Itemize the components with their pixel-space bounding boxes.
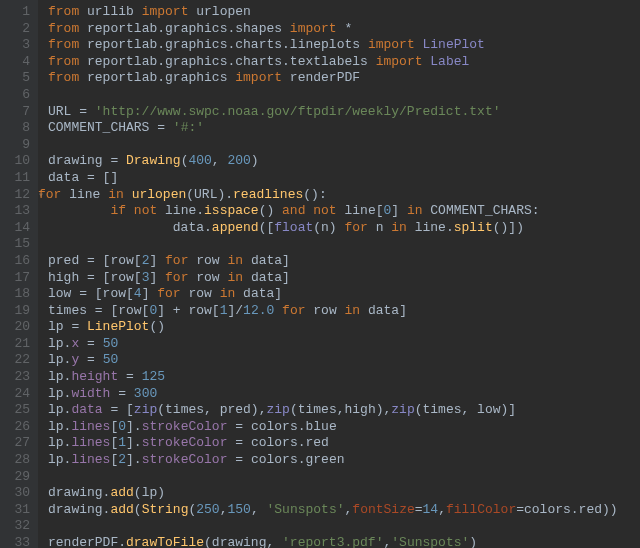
- token-kw: in: [227, 253, 243, 268]
- code-line[interactable]: high = [row[3] for row in data]: [48, 270, 618, 287]
- token-ident: drawing.: [48, 485, 110, 500]
- token-kw: in: [391, 220, 407, 235]
- code-line[interactable]: drawing.add(String(250,150, 'Sunspots',f…: [48, 502, 618, 519]
- code-line[interactable]: lp.lines[1].strokeColor = colors.red: [48, 435, 618, 452]
- code-editor[interactable]: 1234567891011121314151617181920212223242…: [0, 0, 640, 548]
- token-clsname: Label: [422, 54, 469, 69]
- line-number: 17: [6, 270, 30, 287]
- line-number: 6: [6, 87, 30, 104]
- token-num: 50: [103, 352, 119, 367]
- token-num: 0: [118, 419, 126, 434]
- line-number: 31: [6, 502, 30, 519]
- code-line[interactable]: renderPDF.drawToFile(drawing, 'report3.p…: [48, 535, 618, 548]
- token-attr: data: [71, 402, 102, 417]
- code-line[interactable]: [48, 87, 618, 104]
- token-call: urlopen: [132, 187, 187, 202]
- line-number: 12: [6, 187, 30, 204]
- token-ident: urlopen: [188, 4, 250, 19]
- token-ident: (times,high),: [290, 402, 391, 417]
- token-ident: high = [row[: [48, 270, 142, 285]
- line-number: 9: [6, 137, 30, 154]
- code-line[interactable]: drawing = Drawing(400, 200): [48, 153, 618, 170]
- code-line[interactable]: lp.lines[0].strokeColor = colors.blue: [48, 419, 618, 436]
- token-ident: = [: [103, 402, 134, 417]
- token-call: split: [454, 220, 493, 235]
- code-line[interactable]: lp.y = 50: [48, 352, 618, 369]
- code-line[interactable]: if not line.isspace() and not line[0] in…: [48, 203, 618, 220]
- code-line[interactable]: from reportlab.graphics.charts.lineplots…: [48, 37, 618, 54]
- code-line[interactable]: from urllib import urlopen: [48, 4, 618, 21]
- token-num: 300: [134, 386, 157, 401]
- code-line[interactable]: lp.width = 300: [48, 386, 618, 403]
- line-number: 23: [6, 369, 30, 386]
- code-line[interactable]: lp = LinePlot(): [48, 319, 618, 336]
- token-attr: strokeColor: [142, 419, 228, 434]
- line-number-gutter: 1234567891011121314151617181920212223242…: [0, 0, 38, 548]
- line-number: 8: [6, 120, 30, 137]
- token-ident: lp.: [48, 435, 71, 450]
- token-num: 200: [227, 153, 250, 168]
- token-ident: ): [469, 535, 477, 548]
- code-line[interactable]: [48, 469, 618, 486]
- token-kw: import: [235, 70, 282, 85]
- code-line[interactable]: lp.lines[2].strokeColor = colors.green: [48, 452, 618, 469]
- token-attr: strokeColor: [142, 435, 228, 450]
- code-line[interactable]: ▾for line in urlopen(URL).readlines():: [48, 187, 618, 204]
- token-call: add: [110, 485, 133, 500]
- token-attr: strokeColor: [142, 452, 228, 467]
- token-ident: renderPDF.: [48, 535, 126, 548]
- code-line[interactable]: URL = 'http://www.swpc.noaa.gov/ftpdir/w…: [48, 104, 618, 121]
- code-line[interactable]: from reportlab.graphics.charts.textlabel…: [48, 54, 618, 71]
- token-ident: (drawing,: [204, 535, 282, 548]
- line-number: 16: [6, 253, 30, 270]
- code-line[interactable]: drawing.add(lp): [48, 485, 618, 502]
- token-call: drawToFile: [126, 535, 204, 548]
- code-line[interactable]: lp.data = [zip(times, pred),zip(times,hi…: [48, 402, 618, 419]
- token-ident: =: [79, 336, 102, 351]
- token-ident: =: [118, 369, 141, 384]
- code-line[interactable]: low = [row[4] for row in data]: [48, 286, 618, 303]
- code-line[interactable]: data.append([float(n) for n in line.spli…: [48, 220, 618, 237]
- token-ident: =: [415, 502, 423, 517]
- code-line[interactable]: from reportlab.graphics.shapes import *: [48, 21, 618, 38]
- token-ident: times = [row[: [48, 303, 149, 318]
- token-ident: (lp): [134, 485, 165, 500]
- code-line[interactable]: times = [row[0] + row[1]/12.0 for row in…: [48, 303, 618, 320]
- token-ident: low = [row[: [48, 286, 134, 301]
- token-ident: data]: [360, 303, 407, 318]
- line-number: 13: [6, 203, 30, 220]
- token-ident: ].: [126, 435, 142, 450]
- token-ident: lp.: [48, 352, 71, 367]
- line-number: 15: [6, 236, 30, 253]
- token-kw: for: [344, 220, 367, 235]
- code-line[interactable]: [48, 137, 618, 154]
- token-ident: data]: [243, 253, 290, 268]
- token-ident: lp =: [48, 319, 87, 334]
- code-area[interactable]: from urllib import urlopenfrom reportlab…: [38, 0, 618, 548]
- token-builtin: zip: [134, 402, 157, 417]
- code-line[interactable]: data = []: [48, 170, 618, 187]
- code-line[interactable]: pred = [row[2] for row in data]: [48, 253, 618, 270]
- code-line[interactable]: [48, 518, 618, 535]
- code-line[interactable]: COMMENT_CHARS = '#:': [48, 120, 618, 137]
- token-num: 1: [118, 435, 126, 450]
- token-ident: line.: [157, 203, 204, 218]
- code-line[interactable]: lp.height = 125: [48, 369, 618, 386]
- token-ident: =: [79, 352, 102, 367]
- code-line[interactable]: lp.x = 50: [48, 336, 618, 353]
- line-number: 27: [6, 435, 30, 452]
- code-line[interactable]: [48, 236, 618, 253]
- token-ident: line: [61, 187, 108, 202]
- token-clsname: LinePlot: [415, 37, 485, 52]
- line-number: 21: [6, 336, 30, 353]
- code-line[interactable]: from reportlab.graphics import renderPDF: [48, 70, 618, 87]
- token-call: Drawing: [126, 153, 181, 168]
- token-call: append: [212, 220, 259, 235]
- token-ident: ()]): [493, 220, 524, 235]
- token-num: 4: [134, 286, 142, 301]
- token-ident: [274, 303, 282, 318]
- token-ident: row: [306, 303, 345, 318]
- line-number: 14: [6, 220, 30, 237]
- line-number: 10: [6, 153, 30, 170]
- token-ident: = colors.green: [227, 452, 344, 467]
